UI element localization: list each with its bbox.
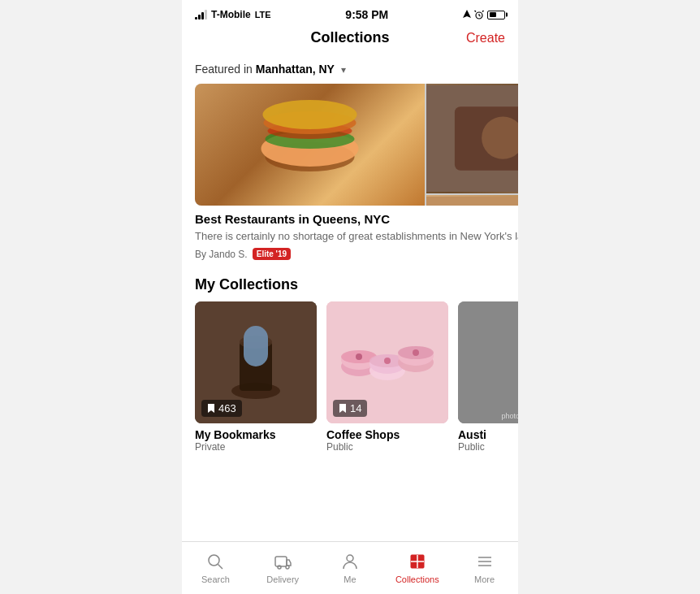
more-nav-label: More <box>474 574 495 584</box>
bookmark-icon-small2 <box>339 403 347 414</box>
main-content: Featured in Manhattan, NY ▾ <box>182 56 518 541</box>
svg-rect-38 <box>275 557 287 566</box>
collection-bookmarks-name: My Bookmarks <box>195 428 317 441</box>
status-bar: T-Mobile LTE 9:58 PM <box>182 0 518 24</box>
featured-card-1-title: Best Restaurants in Queens, NYC <box>195 212 518 226</box>
collection-austin-img: photo <box>458 301 518 423</box>
collection-bookmarks-visibility: Private <box>195 441 317 453</box>
svg-point-32 <box>356 353 362 360</box>
featured-card-1-info: Best Restaurants in Queens, NYC There is… <box>195 206 518 263</box>
collection-coffee-count: 14 <box>350 402 361 414</box>
collection-austin-name: Austi <box>458 428 518 441</box>
search-icon <box>206 553 224 570</box>
collection-coffee-visibility: Public <box>326 441 448 453</box>
more-icon <box>476 553 494 570</box>
alarm-icon <box>474 10 484 20</box>
collection-bookmarks-count: 463 <box>218 402 236 414</box>
featured-card-1-side-bottom <box>426 195 518 206</box>
network-label: LTE <box>255 10 271 20</box>
collection-coffee-badge: 14 <box>333 400 367 417</box>
featured-card-1-main-img <box>195 84 425 206</box>
collection-card-coffee[interactable]: 14 Coffee Shops Public <box>326 301 448 453</box>
status-right <box>463 10 505 20</box>
me-icon <box>341 553 359 570</box>
burger-illustration <box>195 84 425 206</box>
bottom-navigation: Search Delivery Me <box>182 541 518 594</box>
featured-card-1-author: By Jando S. <box>195 249 248 260</box>
svg-rect-21 <box>244 326 268 366</box>
featured-card-1-image: 29 <box>195 84 518 206</box>
collection-coffee-img: 14 <box>326 301 448 423</box>
collection-card-bookmarks[interactable]: 463 My Bookmarks Private <box>195 301 317 453</box>
delivery-nav-icon <box>273 552 292 571</box>
featured-section-label: Featured in Manhattan, NY ▾ <box>182 56 518 84</box>
featured-scroll: 29 Best Restaurants in Queens, NYC There… <box>182 84 518 263</box>
collection-bookmarks-badge: 463 <box>201 400 242 417</box>
nav-item-search[interactable]: Search <box>182 542 249 594</box>
svg-point-33 <box>384 358 391 364</box>
svg-rect-10 <box>426 197 518 206</box>
svg-point-39 <box>278 566 281 569</box>
search-nav-icon <box>205 552 225 571</box>
featured-card-1[interactable]: 29 Best Restaurants in Queens, NYC There… <box>195 84 518 263</box>
me-nav-icon <box>340 552 360 571</box>
battery-icon <box>487 11 505 20</box>
collection-bookmarks-img: 463 <box>195 301 317 423</box>
time-label: 9:58 PM <box>345 8 388 21</box>
featured-card-1-side-top <box>426 84 518 193</box>
svg-point-34 <box>413 349 419 356</box>
my-collections-scroll: 463 My Bookmarks Private <box>182 301 518 453</box>
delivery-nav-label: Delivery <box>266 574 299 584</box>
featured-card-1-meta: By Jando S. Elite '19 <box>195 248 518 260</box>
photo-attribution-label: photo <box>501 412 518 420</box>
collection-card-austin[interactable]: photo Austi Public <box>458 301 518 453</box>
phone-container: T-Mobile LTE 9:58 PM Collections Create <box>182 0 518 594</box>
svg-line-37 <box>218 565 223 570</box>
svg-point-41 <box>347 555 353 561</box>
carrier-label: T-Mobile <box>211 9 251 20</box>
nav-item-delivery[interactable]: Delivery <box>249 542 317 594</box>
search-nav-label: Search <box>201 574 230 584</box>
location-dropdown-icon[interactable]: ▾ <box>341 64 346 76</box>
nav-item-me[interactable]: Me <box>317 542 384 594</box>
signal-bars <box>195 10 207 20</box>
bookmark-icon-small <box>207 403 215 414</box>
my-collections-title: My Collections <box>182 263 518 301</box>
status-left: T-Mobile LTE <box>195 9 271 20</box>
collections-nav-icon <box>408 552 427 571</box>
collections-icon <box>408 553 426 570</box>
austin-illustration <box>458 301 518 423</box>
page-title: Collections <box>310 29 389 46</box>
more-nav-icon <box>475 552 495 571</box>
nav-item-more[interactable]: More <box>451 542 518 594</box>
svg-point-36 <box>209 555 219 566</box>
delivery-icon <box>274 553 292 570</box>
svg-rect-35 <box>458 301 518 423</box>
featured-location: Manhattan, NY <box>256 63 335 76</box>
svg-point-6 <box>262 100 356 129</box>
location-arrow-icon <box>463 10 471 20</box>
me-nav-label: Me <box>344 574 356 584</box>
page-header: Collections Create <box>182 24 518 56</box>
collections-nav-label: Collections <box>395 574 439 584</box>
elite-badge: Elite '19 <box>253 248 291 260</box>
collection-austin-visibility: Public <box>458 441 518 453</box>
featured-card-1-desc: There is certainly no shortage of great … <box>195 229 518 244</box>
collection-coffee-name: Coffee Shops <box>326 428 448 441</box>
featured-card-1-side-imgs <box>426 84 518 206</box>
create-button[interactable]: Create <box>466 31 505 46</box>
svg-point-40 <box>286 566 289 569</box>
nav-item-collections[interactable]: Collections <box>383 542 451 594</box>
